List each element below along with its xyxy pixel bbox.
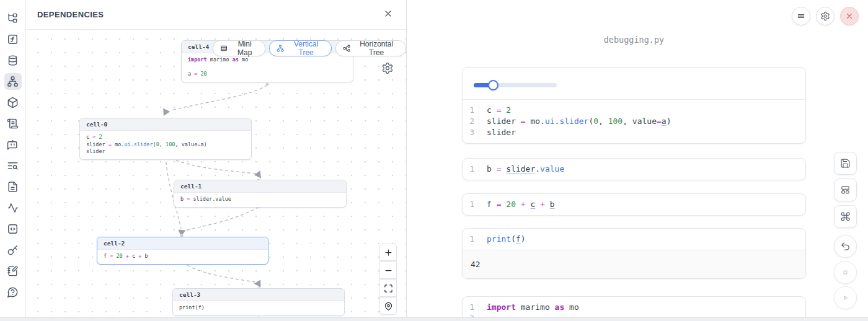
keyboard-shortcuts-button[interactable] bbox=[834, 205, 857, 228]
horizontal-tree-icon bbox=[343, 44, 350, 53]
sidebar-item-documentation[interactable] bbox=[4, 178, 22, 195]
graph-node-code: import marimo as mo a = 20 bbox=[182, 53, 353, 82]
sidebar-item-scratchpad[interactable] bbox=[4, 263, 22, 279]
graph-node-cell-2[interactable]: cell-2f = 20 + c + b bbox=[97, 237, 268, 265]
code-line: slider = mo.ui.slider(0, 100, value=a) bbox=[487, 116, 671, 127]
code-lines: f = 20 + c + b bbox=[479, 199, 555, 210]
mini-map-icon bbox=[220, 44, 228, 53]
slider-handle[interactable] bbox=[488, 80, 498, 90]
sidebar-item-help[interactable] bbox=[4, 284, 22, 301]
code-editor[interactable]: 123c = 2slider = mo.ui.slider(0, 100, va… bbox=[463, 100, 805, 143]
line-number-gutter: 123 bbox=[463, 105, 479, 138]
graph-node-code: print(f) bbox=[173, 301, 344, 315]
undo-button[interactable] bbox=[834, 235, 857, 258]
graph-zoom-controls bbox=[379, 244, 397, 315]
close-dependencies-button[interactable] bbox=[383, 9, 396, 21]
code-line: b = slider.value bbox=[487, 164, 564, 175]
view-button-mini-map[interactable]: Mini Map bbox=[213, 40, 265, 56]
graph-settings-button[interactable] bbox=[381, 62, 394, 75]
dependencies-title: DEPENDENCIES bbox=[37, 10, 104, 19]
stop-icon bbox=[840, 267, 851, 278]
dependencies-header: DEPENDENCIES bbox=[27, 0, 406, 30]
graph-node-title: cell-2 bbox=[97, 237, 268, 250]
sidebar-item-logs[interactable] bbox=[4, 115, 22, 132]
undo-icon bbox=[840, 241, 851, 252]
zoom-in-button[interactable] bbox=[379, 244, 397, 261]
node-code-line: slider bbox=[86, 148, 245, 156]
snippets-icon bbox=[7, 223, 19, 235]
file-tree-icon bbox=[7, 12, 19, 24]
save-button[interactable] bbox=[834, 152, 857, 175]
notebook-cell: 1print(f)42 bbox=[462, 228, 806, 279]
graph-node-cell-1[interactable]: cell-1b = slider.value bbox=[174, 180, 347, 208]
line-number: 1 bbox=[463, 302, 479, 313]
sidebar-item-secrets[interactable] bbox=[4, 242, 22, 258]
layout-button[interactable] bbox=[834, 178, 857, 201]
sidebar-item-database[interactable] bbox=[4, 52, 22, 69]
sidebar-item-file-tree[interactable] bbox=[4, 10, 22, 27]
graph-node-code: c = 2slider = mo.ui.slider(0, 100, value… bbox=[80, 131, 251, 159]
node-code-line bbox=[188, 64, 347, 71]
menu-button[interactable] bbox=[792, 7, 810, 25]
code-editor[interactable]: 1print(f) bbox=[463, 229, 805, 250]
code-line: print(f) bbox=[487, 234, 526, 245]
shutdown-button[interactable] bbox=[840, 7, 859, 25]
help-icon bbox=[7, 286, 19, 298]
view-button-horizontal-tree[interactable]: Horizontal Tree bbox=[335, 40, 406, 56]
line-number: 1 bbox=[463, 164, 479, 175]
code-line: slider bbox=[487, 127, 671, 138]
sidebar-item-ai-chat[interactable] bbox=[4, 136, 22, 153]
zoom-out-button[interactable] bbox=[379, 262, 397, 279]
sidebar-item-search-logs[interactable] bbox=[4, 157, 22, 174]
run-button[interactable] bbox=[834, 286, 857, 309]
scratchpad-icon bbox=[7, 265, 19, 277]
sidebar-item-function[interactable] bbox=[4, 31, 22, 48]
zoom-out-icon bbox=[384, 266, 393, 275]
dependency-graph-icon bbox=[7, 76, 19, 87]
view-button-label: Mini Map bbox=[231, 40, 258, 57]
graph-node-cell-3[interactable]: cell-3print(f) bbox=[172, 288, 345, 316]
zoom-in-icon bbox=[384, 248, 393, 257]
sidebar-item-packages[interactable] bbox=[4, 94, 22, 111]
line-number: 2 bbox=[463, 116, 479, 127]
dependency-graph-canvas[interactable]: cell-4import marimo as mo a = 20cell-0c … bbox=[27, 30, 406, 321]
shutdown-icon bbox=[844, 11, 854, 21]
node-code-line: slider = mo.ui.slider(0, 100, value=a) bbox=[86, 141, 245, 149]
line-number: 1 bbox=[463, 234, 479, 245]
view-button-vertical-tree[interactable]: Vertical Tree bbox=[269, 40, 332, 56]
cell-output: 42 bbox=[463, 250, 805, 278]
secrets-icon bbox=[7, 244, 19, 256]
dependencies-panel: DEPENDENCIES bbox=[27, 0, 407, 321]
line-number: 3 bbox=[463, 127, 479, 138]
code-lines: c = 2slider = mo.ui.slider(0, 100, value… bbox=[479, 105, 671, 138]
line-number: 1 bbox=[463, 199, 479, 210]
node-code-line: print(f) bbox=[179, 304, 338, 312]
graph-node-code: f = 20 + c + b bbox=[97, 250, 268, 264]
slider-track[interactable] bbox=[474, 83, 557, 87]
node-code-line: f = 20 + c + b bbox=[104, 253, 262, 260]
graph-node-cell-0[interactable]: cell-0c = 2slider = mo.ui.slider(0, 100,… bbox=[79, 118, 252, 160]
stop-button[interactable] bbox=[834, 261, 857, 284]
bottom-edge-strip bbox=[0, 317, 868, 321]
fit-view-button[interactable] bbox=[379, 279, 397, 297]
code-editor[interactable]: 1f = 20 + c + b bbox=[463, 194, 805, 215]
view-button-label: Horizontal Tree bbox=[354, 40, 399, 57]
graph-node-title: cell-1 bbox=[174, 180, 346, 193]
notebook-panel: debugging.py 123c = 2slider = mo.ui.slid… bbox=[407, 0, 868, 321]
code-line: import marimo as mo bbox=[487, 302, 579, 313]
notebook-filename[interactable]: debugging.py bbox=[462, 35, 806, 45]
locate-button[interactable] bbox=[379, 297, 397, 315]
settings-icon bbox=[820, 11, 830, 21]
sidebar-item-snippets[interactable] bbox=[4, 221, 22, 237]
save-icon bbox=[840, 158, 851, 169]
sidebar-item-dependency-graph[interactable] bbox=[4, 73, 22, 90]
line-number-gutter: 1 bbox=[463, 234, 479, 245]
settings-button[interactable] bbox=[816, 7, 835, 25]
graph-node-title: cell-0 bbox=[80, 118, 251, 131]
sidebar-item-tracing[interactable] bbox=[4, 200, 22, 216]
tracing-icon bbox=[7, 202, 19, 214]
layout-icon bbox=[840, 185, 851, 195]
node-code-line: import marimo as mo bbox=[188, 56, 347, 64]
documentation-icon bbox=[7, 181, 19, 193]
code-editor[interactable]: 1b = slider.value bbox=[463, 159, 805, 180]
